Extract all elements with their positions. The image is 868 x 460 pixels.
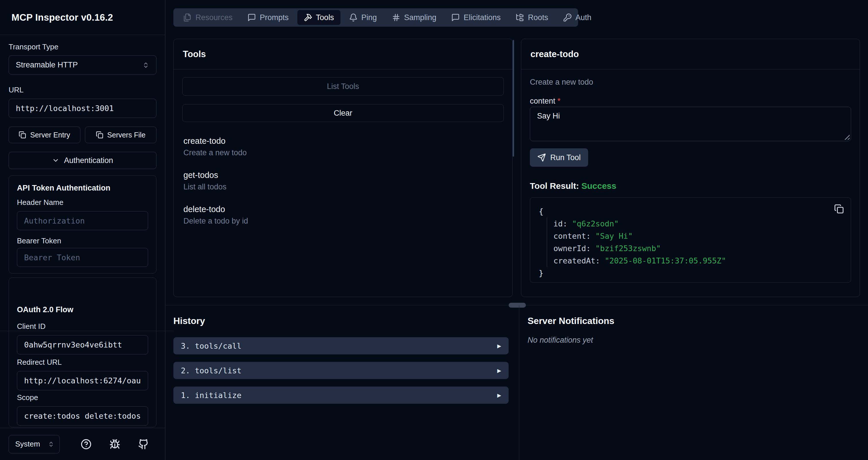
copy-icon	[96, 131, 103, 139]
bearer-token-input[interactable]	[17, 248, 148, 267]
tool-list: create-todo Create a new todo get-todos …	[182, 136, 504, 226]
server-entry-button[interactable]: Server Entry	[9, 127, 81, 143]
redirect-url-input[interactable]	[17, 371, 148, 390]
header-name-input[interactable]	[17, 211, 148, 230]
tab-ping[interactable]: Ping	[343, 10, 383, 25]
json-row: ownerId: "bzif253zswnb"	[553, 242, 842, 255]
param-label: content *	[530, 96, 851, 106]
tools-panel-header: Tools	[174, 39, 513, 69]
expand-triangle-icon: ▶	[497, 367, 501, 374]
folder-tree-icon	[516, 13, 524, 22]
hash-icon	[392, 13, 400, 22]
json-close-brace: }	[539, 267, 842, 279]
app-title: MCP Inspector v0.16.2	[11, 12, 113, 23]
param-content-input[interactable]: Say Hi	[530, 107, 851, 141]
top-nav: Resources Prompts Tools Ping Sampling El…	[174, 8, 578, 27]
sidebar-footer: System	[0, 428, 165, 460]
client-id-input[interactable]	[17, 335, 148, 354]
api-token-auth-title: API Token Authentication	[17, 183, 148, 193]
entry-buttons-row: Server Entry Servers File	[9, 127, 156, 143]
json-rows: id: "q6z2sodn" content: "Say Hi" ownerId…	[547, 218, 842, 267]
header-name-label: Header Name	[17, 198, 148, 207]
param-input-wrap: Say Hi	[530, 106, 851, 142]
history-title: History	[174, 316, 508, 326]
tab-sampling[interactable]: Sampling	[385, 10, 443, 25]
history-item-tools-call[interactable]: 3. tools/call ▶	[174, 337, 508, 354]
theme-select[interactable]: System	[9, 435, 60, 453]
result-status-badge: Success	[581, 181, 616, 191]
url-input[interactable]	[9, 99, 156, 118]
theme-select-value: System	[15, 439, 40, 449]
chevrons-up-down-icon	[48, 441, 54, 448]
tool-result-json: { id: "q6z2sodn" content: "Say Hi" owner…	[530, 197, 851, 283]
tool-runner-header: create-todo	[521, 39, 860, 69]
oauth-flow-title: OAuth 2.0 Flow	[17, 305, 148, 315]
tab-tools[interactable]: Tools	[298, 10, 340, 25]
chevron-down-icon	[52, 157, 59, 164]
server-notifications-panel: Server Notifications No notifications ye…	[519, 305, 868, 460]
hammer-icon	[304, 13, 312, 22]
client-id-label: Client ID	[17, 322, 148, 331]
expand-triangle-icon: ▶	[497, 342, 501, 349]
authentication-toggle[interactable]: Authentication	[9, 152, 156, 169]
servers-file-label: Servers File	[107, 131, 146, 139]
tab-prompts[interactable]: Prompts	[241, 10, 295, 25]
json-row: content: "Say Hi"	[553, 230, 842, 242]
clear-tools-button[interactable]: Clear	[182, 104, 504, 122]
url-label: URL	[9, 86, 156, 94]
bell-icon	[349, 13, 358, 22]
tool-description: Create a new todo	[530, 77, 851, 87]
api-token-auth-card: API Token Authentication Header Name Bea…	[9, 175, 156, 273]
tools-panel: Tools List Tools Clear create-todo Creat…	[174, 39, 513, 297]
tools-panel-body: List Tools Clear create-todo Create a ne…	[174, 69, 513, 247]
copy-icon	[19, 131, 26, 139]
bug-icon[interactable]	[110, 439, 120, 450]
scope-input[interactable]	[17, 406, 148, 426]
files-icon	[183, 13, 192, 22]
chevrons-up-down-icon	[143, 62, 149, 69]
message-square-icon	[247, 13, 256, 22]
tab-auth[interactable]: Auth	[557, 10, 598, 25]
transport-type-label: Transport Type	[9, 42, 156, 52]
expand-triangle-icon: ▶	[497, 392, 501, 399]
json-row: createdAt: "2025-08-01T15:37:05.955Z"	[553, 255, 842, 267]
tool-list-item-create-todo[interactable]: create-todo Create a new todo	[183, 136, 503, 157]
servers-file-button[interactable]: Servers File	[85, 127, 157, 143]
json-row: id: "q6z2sodn"	[553, 218, 842, 230]
message-square-icon	[451, 13, 460, 22]
authentication-toggle-label: Authentication	[64, 156, 113, 165]
sidebar-header: MCP Inspector v0.16.2	[0, 0, 165, 35]
tool-runner-title: create-todo	[530, 49, 579, 59]
no-notifications-message: No notifications yet	[528, 336, 868, 344]
sidebar-content: Transport Type Streamable HTTP URL Serve…	[0, 42, 165, 427]
history-item-initialize[interactable]: 1. initialize ▶	[174, 387, 508, 404]
history-panel: History 3. tools/call ▶ 2. tools/list ▶ …	[166, 305, 519, 460]
tool-list-item-delete-todo[interactable]: delete-todo Delete a todo by id	[183, 205, 503, 226]
history-item-tools-list[interactable]: 2. tools/list ▶	[174, 362, 508, 379]
help-icon[interactable]	[81, 439, 92, 450]
bearer-token-label: Bearer Token	[17, 236, 148, 245]
oauth-flow-card: OAuth 2.0 Flow Client ID Redirect URL Sc…	[9, 277, 156, 427]
list-tools-button[interactable]: List Tools	[182, 77, 504, 96]
tab-resources[interactable]: Resources	[177, 10, 239, 25]
server-notifications-title: Server Notifications	[528, 316, 868, 326]
copy-icon	[834, 204, 844, 214]
copy-result-button[interactable]	[834, 204, 844, 217]
run-tool-button[interactable]: Run Tool	[530, 149, 588, 167]
required-asterisk: *	[557, 97, 561, 105]
tool-runner-body: Create a new todo content * Say Hi Run T…	[521, 69, 860, 290]
tool-runner-panel: create-todo Create a new todo content * …	[521, 39, 860, 297]
transport-type-select[interactable]: Streamable HTTP	[9, 55, 156, 75]
tools-panel-title: Tools	[183, 49, 206, 59]
tools-panel-scrollbar[interactable]	[513, 40, 514, 157]
send-icon	[537, 153, 546, 162]
scope-label: Scope	[17, 393, 148, 402]
tab-elicitations[interactable]: Elicitations	[445, 10, 507, 25]
redirect-url-label: Redirect URL	[17, 358, 148, 366]
transport-type-value: Streamable HTTP	[16, 61, 78, 69]
tab-roots[interactable]: Roots	[509, 10, 555, 25]
footer-icons	[81, 439, 149, 450]
server-entry-label: Server Entry	[30, 131, 70, 139]
tool-list-item-get-todos[interactable]: get-todos List all todos	[183, 170, 503, 191]
github-icon[interactable]	[138, 439, 149, 450]
